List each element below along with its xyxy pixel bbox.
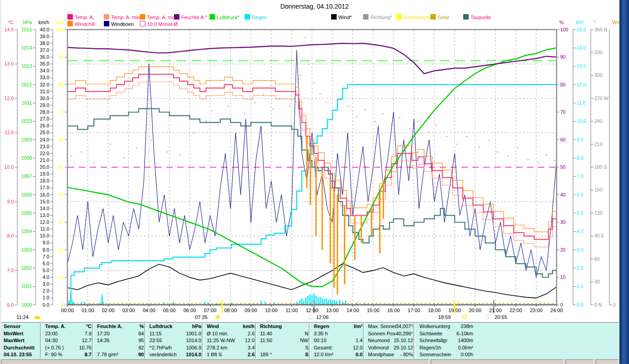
svg-text:11:00: 11:00	[286, 308, 298, 313]
svg-text:03:00: 03:00	[122, 308, 135, 313]
svg-text:1003: 1003	[21, 247, 32, 253]
x-axis-labels: 00:0001:0002:0003:0004:0005:0006:0007:00…	[61, 308, 563, 313]
svg-text:50: 50	[560, 164, 566, 170]
svg-text:1000: 1000	[21, 302, 32, 308]
svg-text:07:00: 07:00	[204, 308, 216, 313]
cell-value: 1.4	[341, 338, 363, 343]
col-unit: l/m²	[344, 324, 363, 329]
table-divider	[40, 324, 42, 359]
svg-text:°: °	[593, 20, 595, 25]
window-right-border	[619, 0, 629, 364]
svg-text:7.0: 7.0	[42, 254, 49, 259]
svg-text:15.0: 15.0	[40, 199, 50, 204]
astro-value: 34,007°	[391, 324, 414, 329]
svg-text:°C: °C	[8, 20, 14, 25]
svg-text:10: 10	[58, 274, 64, 280]
svg-text:100: 100	[56, 27, 64, 32]
svg-text:1001: 1001	[21, 283, 32, 289]
svg-text:1015: 1015	[21, 27, 32, 32]
svg-text:6.0: 6.0	[577, 192, 583, 197]
svg-text:50: 50	[58, 164, 64, 170]
cell-value: 2.6	[233, 352, 255, 357]
svg-text:19:00: 19:00	[448, 308, 461, 313]
status-bar-segment	[566, 359, 594, 364]
svg-text:1010: 1010	[21, 118, 32, 124]
svg-text:12:00: 12:00	[306, 308, 318, 313]
extra-value: 0:00h	[446, 352, 473, 357]
extra-value: 1400m	[446, 338, 473, 343]
axis-min: 1009080706050403020100min	[56, 20, 67, 308]
svg-text:80: 80	[560, 82, 566, 87]
svg-text:13.0: 13.0	[5, 61, 14, 66]
svg-text:210: 210	[594, 142, 603, 147]
svg-text:100: 100	[560, 27, 568, 32]
svg-text:25.0: 25.0	[40, 130, 50, 135]
cell-value: 84	[123, 331, 144, 336]
svg-text:30: 30	[560, 219, 566, 225]
svg-text:9.0: 9.0	[577, 137, 583, 142]
svg-text:36.0: 36.0	[40, 54, 50, 60]
svg-text:11.0: 11.0	[577, 100, 586, 106]
svg-text:80: 80	[58, 82, 64, 87]
cell-value: 10.76	[71, 345, 92, 350]
svg-text:23:00: 23:00	[530, 308, 542, 313]
cell-value: 95	[123, 338, 144, 343]
svg-text:0 N: 0 N	[594, 302, 602, 308]
svg-text:90 E: 90 E	[594, 233, 604, 238]
row-label: 04.10. 23:55	[4, 352, 41, 357]
row-label: Durchschnitt	[4, 345, 41, 350]
svg-text:21.0: 21.0	[40, 157, 50, 163]
svg-text:14.0: 14.0	[577, 45, 586, 51]
svg-text:02:00: 02:00	[102, 308, 115, 313]
svg-text:1007: 1007	[21, 173, 32, 179]
extra-value: 0.0l/m²	[446, 345, 473, 350]
svg-text:08:00: 08:00	[224, 308, 237, 313]
svg-text:12.0: 12.0	[577, 82, 586, 87]
svg-text:0: 0	[560, 302, 563, 308]
table-divider	[414, 324, 415, 359]
svg-text:28.0: 28.0	[40, 109, 50, 115]
axis-C: 14.013.012.011.010.09.08.07.06.0°C	[5, 20, 17, 308]
svg-text:04:00: 04:00	[143, 308, 155, 313]
svg-text:0: 0	[613, 302, 616, 308]
svg-text:20:00: 20:00	[469, 308, 481, 313]
col-unit: °C	[74, 324, 92, 329]
astro-value: 15.10.12	[391, 338, 414, 343]
svg-text:23.0: 23.0	[40, 144, 50, 149]
svg-text:6.0: 6.0	[42, 261, 49, 266]
svg-text:70: 70	[560, 109, 566, 115]
svg-text:60: 60	[58, 137, 64, 142]
svg-text:24.0: 24.0	[40, 137, 50, 142]
svg-text:01:00: 01:00	[82, 308, 94, 313]
table-divider	[202, 324, 204, 359]
svg-text:6.0: 6.0	[7, 302, 14, 308]
extra-value: 238m	[446, 324, 473, 329]
axis-hPa: 1015101410131012101110101009100810071006…	[21, 20, 36, 308]
svg-text:00:00: 00:00	[61, 308, 74, 313]
svg-text:13:00: 13:00	[326, 308, 339, 313]
cell-value: 1014.0	[178, 352, 201, 357]
svg-text:10:00: 10:00	[265, 308, 278, 313]
svg-text:60: 60	[594, 256, 600, 262]
svg-text:31.0: 31.0	[40, 89, 50, 94]
cell-value: 12.0	[341, 345, 363, 350]
cell-value: S	[286, 352, 308, 357]
cell-value: 12.7	[71, 338, 92, 343]
svg-text:22:00: 22:00	[510, 308, 522, 313]
svg-text:150: 150	[594, 187, 603, 192]
svg-text:%: %	[559, 20, 564, 25]
col-header: Luftdruck	[149, 324, 182, 329]
svg-text:19.0: 19.0	[40, 171, 50, 177]
svg-text:18:00: 18:00	[428, 308, 441, 313]
cell-value: 8.7	[71, 352, 92, 357]
col-unit: hPa	[182, 324, 201, 329]
row-label: MinWert	[4, 331, 41, 336]
row-label: MaxWert	[4, 338, 41, 343]
cell-value: 1001.0	[178, 331, 201, 336]
svg-text:↓: ↓	[310, 314, 312, 321]
table-divider	[309, 324, 311, 359]
svg-text:17:00: 17:00	[408, 308, 420, 313]
cell-value: 92	[123, 345, 144, 350]
col-header: Regen	[314, 324, 344, 329]
svg-text:20: 20	[58, 247, 64, 253]
